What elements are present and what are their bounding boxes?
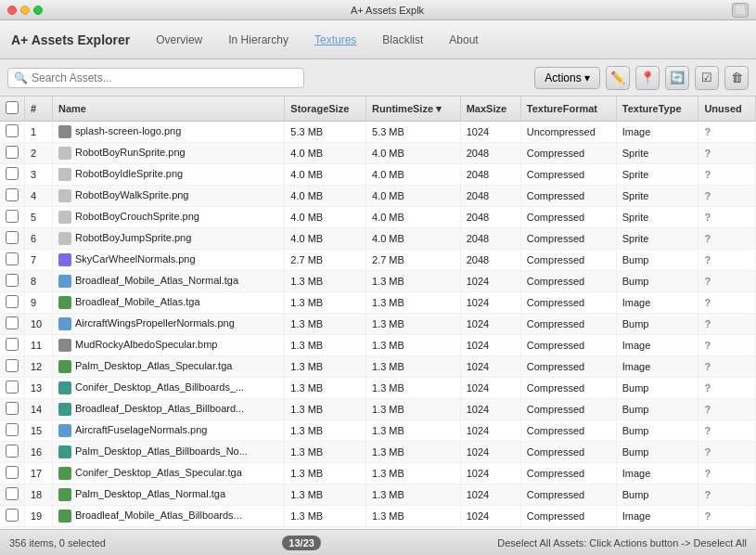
- row-checkbox[interactable]: [6, 381, 19, 394]
- table-row[interactable]: 7 SkyCarWheelNormals.png 2.7 MB 2.7 MB 2…: [0, 250, 756, 271]
- row-format: Compressed: [520, 271, 616, 292]
- row-checkbox-cell[interactable]: [0, 442, 25, 463]
- page-indicator: 13/23: [282, 536, 321, 550]
- table-row[interactable]: 8 Broadleaf_Mobile_Atlas_Normal.tga 1.3 …: [0, 271, 756, 292]
- row-checkbox-cell[interactable]: [0, 356, 25, 378]
- row-checkbox[interactable]: [6, 445, 19, 458]
- row-checkbox[interactable]: [6, 295, 19, 308]
- table-row[interactable]: 17 Conifer_Desktop_Atlas_Specular.tga 1.…: [0, 463, 756, 484]
- row-checkbox-cell[interactable]: [0, 420, 25, 442]
- table-row[interactable]: 11 MudRockyAlbedoSpecular.bmp 1.3 MB 1.3…: [0, 335, 756, 356]
- edit-icon-button[interactable]: ✏️: [606, 66, 630, 90]
- table-row[interactable]: 15 AircraftFuselageNormals.png 1.3 MB 1.…: [0, 420, 756, 442]
- table-row[interactable]: 13 Conifer_Desktop_Atlas_Billboards_... …: [0, 378, 756, 399]
- table-row[interactable]: 6 RobotBoyJumpSprite.png 4.0 MB 4.0 MB 2…: [0, 228, 756, 250]
- maximize-button[interactable]: [33, 6, 43, 15]
- row-name: RobotBoyIdleSprite.png: [53, 164, 285, 186]
- table-row[interactable]: 18 Palm_Desktop_Atlas_Normal.tga 1.3 MB …: [0, 484, 756, 506]
- row-checkbox-cell[interactable]: [0, 506, 25, 527]
- row-checkbox-cell[interactable]: [0, 292, 25, 314]
- col-name[interactable]: Name: [53, 97, 285, 122]
- tab-textures[interactable]: Textures: [307, 30, 364, 50]
- select-all-checkbox[interactable]: [6, 101, 19, 114]
- minimize-button[interactable]: [20, 6, 30, 15]
- row-format: Compressed: [520, 399, 616, 420]
- table-row[interactable]: 4 RobotBoyWalkSprite.png 4.0 MB 4.0 MB 2…: [0, 186, 756, 207]
- row-checkbox-cell[interactable]: [0, 143, 25, 164]
- table-row[interactable]: 3 RobotBoyIdleSprite.png 4.0 MB 4.0 MB 2…: [0, 164, 756, 186]
- tab-about[interactable]: About: [442, 30, 485, 50]
- col-unused[interactable]: Unused: [698, 97, 756, 122]
- table-row[interactable]: 16 Palm_Desktop_Atlas_Billboards_No... 1…: [0, 442, 756, 463]
- row-checkbox[interactable]: [6, 423, 19, 436]
- table-row[interactable]: 19 Broadleaf_Mobile_Atlas_Billboards... …: [0, 506, 756, 527]
- row-checkbox[interactable]: [6, 487, 19, 500]
- row-checkbox[interactable]: [6, 231, 19, 244]
- row-checkbox[interactable]: [6, 466, 19, 479]
- row-checkbox[interactable]: [6, 402, 19, 415]
- row-storage: 4.0 MB: [285, 143, 366, 164]
- table-row[interactable]: 2 RobotBoyRunSprite.png 4.0 MB 4.0 MB 20…: [0, 143, 756, 164]
- row-checkbox-cell[interactable]: [0, 271, 25, 292]
- tab-overview[interactable]: Overview: [148, 30, 210, 50]
- col-storage-size[interactable]: StorageSize: [285, 97, 366, 122]
- col-texture-type[interactable]: TextureType: [616, 97, 698, 122]
- row-number: 9: [25, 292, 53, 314]
- row-checkbox-cell[interactable]: [0, 250, 25, 271]
- row-name: RobotBoyCrouchSprite.png: [53, 207, 285, 228]
- row-checkbox[interactable]: [6, 509, 19, 522]
- row-maxsize: 2048: [460, 164, 520, 186]
- row-checkbox[interactable]: [6, 274, 19, 287]
- row-checkbox-cell[interactable]: [0, 335, 25, 356]
- row-storage: 1.3 MB: [285, 442, 366, 463]
- actions-button[interactable]: Actions ▾: [534, 67, 600, 89]
- row-checkbox[interactable]: [6, 338, 19, 351]
- row-checkbox[interactable]: [6, 210, 19, 223]
- row-format: Compressed: [520, 420, 616, 442]
- row-checkbox[interactable]: [6, 146, 19, 159]
- window-expand-button[interactable]: ⬜: [732, 3, 749, 18]
- row-checkbox-cell[interactable]: [0, 122, 25, 143]
- table-row[interactable]: 14 Broadleaf_Desktop_Atlas_Billboard... …: [0, 399, 756, 420]
- row-checkbox-cell[interactable]: [0, 484, 25, 506]
- filter-icon-button[interactable]: ☑: [695, 66, 719, 90]
- row-checkbox[interactable]: [6, 188, 19, 201]
- table-row[interactable]: 12 Palm_Desktop_Atlas_Specular.tga 1.3 M…: [0, 356, 756, 378]
- delete-icon-button[interactable]: 🗑: [724, 66, 749, 90]
- col-max-size[interactable]: MaxSize: [460, 97, 520, 122]
- col-runtime-size[interactable]: RuntimeSize ▾: [366, 97, 461, 122]
- search-input[interactable]: [32, 71, 298, 84]
- row-checkbox-cell[interactable]: [0, 164, 25, 186]
- tab-in-hierarchy[interactable]: In Hierarchy: [221, 30, 296, 50]
- row-checkbox[interactable]: [6, 124, 19, 137]
- refresh-icon-button[interactable]: 🔄: [665, 66, 689, 90]
- row-unused: ?: [698, 335, 756, 356]
- col-checkbox[interactable]: [0, 97, 25, 122]
- row-checkbox[interactable]: [6, 167, 19, 180]
- table-row[interactable]: 5 RobotBoyCrouchSprite.png 4.0 MB 4.0 MB…: [0, 207, 756, 228]
- row-checkbox[interactable]: [6, 359, 19, 372]
- tab-blacklist[interactable]: Blacklist: [375, 30, 430, 50]
- table-row[interactable]: 9 Broadleaf_Mobile_Atlas.tga 1.3 MB 1.3 …: [0, 292, 756, 314]
- row-checkbox[interactable]: [6, 316, 19, 329]
- row-checkbox-cell[interactable]: [0, 228, 25, 250]
- window-title: A+ Assets Explk: [351, 5, 424, 16]
- table-row[interactable]: 1 splash-screen-logo.png 5.3 MB 5.3 MB 1…: [0, 122, 756, 143]
- row-checkbox-cell[interactable]: [0, 207, 25, 228]
- row-checkbox-cell[interactable]: [0, 314, 25, 335]
- row-type: Image: [616, 506, 698, 527]
- table-row[interactable]: 10 AircraftWingsPropellerNormals.png 1.3…: [0, 314, 756, 335]
- row-unused: ?: [698, 122, 756, 143]
- close-button[interactable]: [7, 6, 17, 15]
- row-checkbox-cell[interactable]: [0, 186, 25, 207]
- row-checkbox-cell[interactable]: [0, 378, 25, 399]
- search-box[interactable]: 🔍: [7, 68, 304, 88]
- row-number: 15: [25, 420, 53, 442]
- location-icon-button[interactable]: 📍: [635, 66, 660, 90]
- row-format: Compressed: [520, 314, 616, 335]
- col-texture-format[interactable]: TextureFormat: [520, 97, 616, 122]
- row-checkbox-cell[interactable]: [0, 463, 25, 484]
- row-checkbox[interactable]: [6, 252, 19, 265]
- row-checkbox-cell[interactable]: [0, 399, 25, 420]
- row-name: Broadleaf_Mobile_Atlas_Normal.tga: [53, 271, 285, 292]
